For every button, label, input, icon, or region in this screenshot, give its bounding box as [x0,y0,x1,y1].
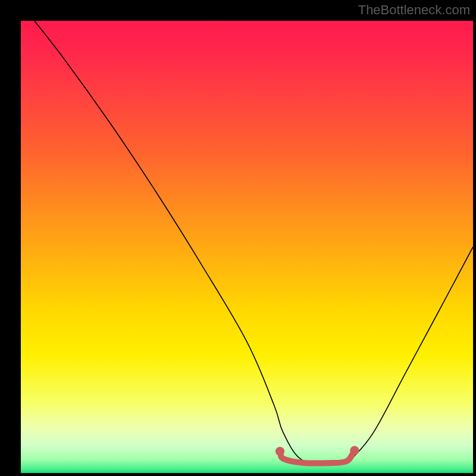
chart-svg [21,21,473,473]
highlight-segment [281,453,353,464]
watermark-text: TheBottleneck.com [358,2,470,18]
highlight-start-dot [275,447,284,456]
plot-area [21,21,473,473]
highlight-end-dot [350,446,359,455]
main-curve [35,21,473,464]
